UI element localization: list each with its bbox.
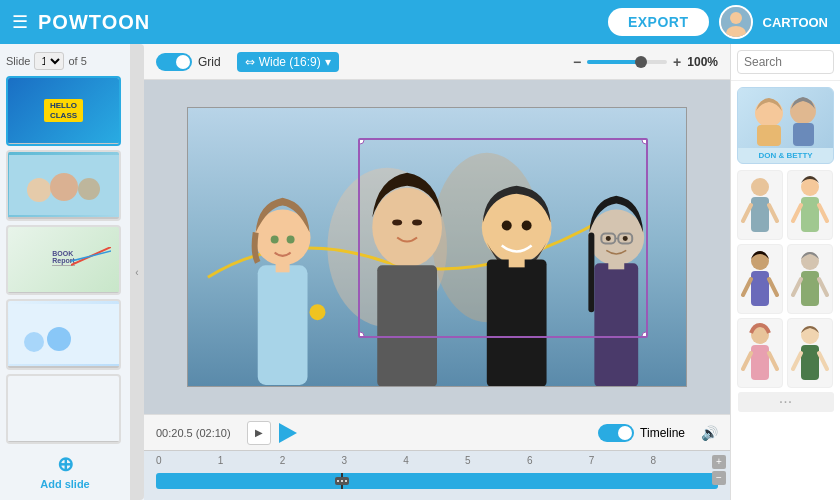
svg-rect-52	[801, 197, 819, 232]
svg-line-57	[743, 279, 751, 295]
mark-4: 4	[403, 455, 409, 466]
svg-point-40	[642, 140, 646, 144]
timeline-zoom-controls: + −	[712, 455, 726, 485]
header-right: EXPORT CARTOON	[608, 5, 828, 39]
char-row-2	[737, 244, 834, 314]
frame-play-button[interactable]: ▶	[247, 421, 271, 445]
svg-line-50	[769, 205, 777, 221]
aspect-label: Wide (16:9)	[259, 55, 321, 69]
slide-thumb-3[interactable]: BOOKReport ⊕	[6, 225, 121, 295]
svg-rect-60	[801, 271, 819, 306]
slide-4-add-icon[interactable]: ⊕	[57, 367, 70, 370]
svg-line-53	[793, 205, 801, 221]
svg-rect-68	[801, 345, 819, 380]
timeline-toggle: Timeline	[598, 424, 685, 442]
slide-preview-1: HELLOCLASS	[8, 78, 119, 143]
zoom-slider[interactable]	[587, 60, 667, 64]
search-input[interactable]	[737, 50, 834, 74]
slide-thumb-2[interactable]: ⊕	[6, 150, 121, 220]
timeline-switch[interactable]	[598, 424, 634, 442]
svg-point-18	[287, 235, 295, 243]
slide-5-add-icon[interactable]: ⊕	[57, 441, 70, 444]
slide-label: Slide	[6, 55, 30, 67]
aspect-icon: ⇔	[245, 55, 255, 69]
char-row-3	[737, 318, 834, 388]
svg-rect-19	[258, 265, 308, 385]
toolbar: Grid ⇔ Wide (16:9) ▾ − + 100%	[144, 44, 730, 80]
volume-icon[interactable]: 🔊	[701, 425, 718, 441]
zoom-minus-button[interactable]: −	[573, 54, 581, 70]
svg-rect-64	[751, 345, 769, 380]
svg-point-17	[271, 235, 279, 243]
timeline-bar[interactable]	[156, 473, 718, 489]
slide-3-add-icon[interactable]: ⊕	[57, 292, 70, 295]
mark-7: 7	[589, 455, 595, 466]
grid-label: Grid	[198, 55, 221, 69]
featured-char-card[interactable]: DON & BETTY	[737, 87, 834, 164]
character-grid: ···	[731, 164, 840, 418]
svg-rect-20	[276, 262, 290, 272]
char-card-4[interactable]	[787, 244, 833, 314]
collapse-handle[interactable]: ‹	[130, 44, 144, 500]
user-avatar	[719, 5, 753, 39]
right-panel: DON & BETTY	[730, 44, 840, 500]
svg-rect-44	[757, 125, 781, 146]
svg-point-41	[360, 332, 364, 336]
play-button[interactable]	[279, 423, 297, 443]
featured-character: DON & BETTY	[731, 81, 840, 164]
timeline-knob	[618, 426, 632, 440]
slide-1-bottom: ⊕	[8, 143, 119, 146]
grid-toggle-knob	[176, 55, 190, 69]
char-card-6[interactable]	[787, 318, 833, 388]
canvas-frame[interactable]	[187, 107, 687, 387]
zoom-thumb	[635, 56, 647, 68]
char-card-1[interactable]	[737, 170, 783, 240]
logo: POWTOON	[38, 11, 150, 34]
slide-2-add-icon[interactable]: ⊕	[57, 218, 70, 221]
svg-point-5	[50, 173, 78, 201]
grid-toggle-switch[interactable]	[156, 53, 192, 71]
more-characters-button[interactable]: ···	[738, 392, 834, 412]
timeline-zoom-in[interactable]: +	[712, 455, 726, 469]
slide-5-bottom: ⊕	[8, 441, 119, 444]
svg-line-65	[743, 353, 751, 369]
svg-point-47	[751, 178, 769, 196]
featured-char-label: DON & BETTY	[738, 148, 833, 163]
slide-1-add-icon[interactable]: ⊕	[57, 144, 70, 147]
playhead-marker	[335, 477, 349, 485]
svg-line-49	[743, 205, 751, 221]
slide-thumb-4[interactable]: ⊕	[6, 299, 121, 369]
aspect-ratio-button[interactable]: ⇔ Wide (16:9) ▾	[237, 52, 339, 72]
char-card-5[interactable]	[737, 318, 783, 388]
slide-number-select[interactable]: 12345	[34, 52, 64, 70]
hamburger-icon[interactable]: ☰	[12, 11, 28, 33]
add-slide-button[interactable]: ⊕ Add slide	[6, 448, 124, 494]
mark-1: 1	[218, 455, 224, 466]
svg-line-58	[769, 279, 777, 295]
slide-thumb-5[interactable]: ⊕	[6, 374, 121, 444]
selection-box	[358, 138, 648, 338]
char-card-2[interactable]	[787, 170, 833, 240]
timeline-marks: 0 1 2 3 4 5 6 7 8 9	[156, 455, 718, 466]
slide-thumb-1[interactable]: HELLOCLASS ⊕	[6, 76, 121, 146]
header-left: ☰ POWTOON	[12, 11, 150, 34]
playhead[interactable]	[341, 473, 343, 489]
slide-panel: Slide 12345 of 5 HELLOCLASS ⊕	[0, 44, 130, 500]
playback-buttons: ▶	[247, 421, 297, 445]
timeline-ruler: 0 1 2 3 4 5 6 7 8 9	[144, 455, 730, 471]
svg-point-45	[790, 98, 816, 124]
slide-4-bottom: ⊕	[8, 366, 119, 369]
char-card-3[interactable]	[737, 244, 783, 314]
svg-point-4	[27, 178, 51, 202]
add-slide-icon: ⊕	[57, 452, 74, 476]
svg-line-69	[793, 353, 801, 369]
timeline-zoom-out[interactable]: −	[712, 471, 726, 485]
export-button[interactable]: EXPORT	[608, 8, 709, 36]
timeline: 0 1 2 3 4 5 6 7 8 9	[144, 450, 730, 500]
main-area: Slide 12345 of 5 HELLOCLASS ⊕	[0, 44, 840, 500]
zoom-plus-button[interactable]: +	[673, 54, 681, 70]
svg-line-66	[769, 353, 777, 369]
mark-6: 6	[527, 455, 533, 466]
zoom-percentage: 100%	[687, 55, 718, 69]
mark-5: 5	[465, 455, 471, 466]
